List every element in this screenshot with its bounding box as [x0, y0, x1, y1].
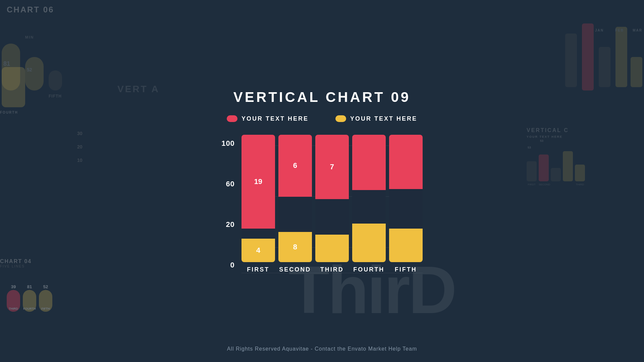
y-label-0: 0 [221, 261, 235, 269]
y-axis: 100 60 20 0 [221, 139, 235, 273]
bar-yellow-value-second: 8 [293, 243, 297, 251]
legend: YOUR TEXT HERE YOUR TEXT HERE [227, 115, 417, 122]
footer: All Rights Reserved Aquavitae - Contact … [0, 346, 644, 352]
bar-yellow-second: 8 [278, 232, 312, 262]
bar-group-fourth: FOURTH [352, 135, 386, 273]
bar-column-fifth [389, 135, 423, 262]
bar-label-fifth: FIFTH [395, 266, 417, 273]
bar-red-value-first: 19 [254, 177, 262, 186]
bar-red-fourth [352, 135, 386, 190]
legend-label-1: YOUR TEXT HERE [241, 115, 309, 122]
bar-group-second: 6 8 SECOND [278, 135, 312, 273]
bar-red-second: 6 [278, 135, 312, 197]
bar-group-first: 19 4 FIRST [241, 135, 275, 273]
bar-column-third: 7 [315, 135, 349, 262]
legend-item-2: YOUR TEXT HERE [335, 115, 417, 122]
legend-label-2: YOUR TEXT HERE [350, 115, 417, 122]
bar-red-fifth [389, 135, 423, 189]
y-label-60: 60 [221, 180, 235, 188]
chart-wrapper: 100 60 20 0 19 [221, 139, 423, 273]
bar-label-fourth: FOURTH [353, 266, 384, 273]
bar-label-second: SECOND [279, 266, 311, 273]
bar-group-third: 7 THIRD [315, 135, 349, 273]
bar-label-first: FIRST [247, 266, 269, 273]
legend-item-1: YOUR TEXT HERE [227, 115, 309, 122]
bar-yellow-first: 4 [241, 239, 275, 262]
bar-red-value-third: 7 [330, 163, 334, 171]
bar-label-third: THIRD [320, 266, 344, 273]
bar-group-fifth: FIFTH [389, 135, 423, 273]
bar-red-third: 7 [315, 135, 349, 199]
bar-yellow-value-first: 4 [256, 246, 260, 255]
y-label-100: 100 [221, 139, 235, 148]
legend-dot-red [227, 115, 237, 122]
bar-yellow-fifth [389, 229, 423, 262]
y-label-20: 20 [221, 220, 235, 229]
bar-red-value-second: 6 [293, 161, 297, 170]
bar-red-first: 19 [241, 135, 275, 229]
bar-column-second: 6 8 [278, 135, 312, 262]
bar-yellow-fourth [352, 224, 386, 262]
bar-column-first: 19 4 [241, 135, 275, 262]
bar-yellow-third [315, 235, 349, 262]
legend-dot-yellow [335, 115, 346, 122]
bars-container: 19 4 FIRST 6 [241, 146, 423, 273]
bar-column-fourth [352, 135, 386, 262]
chart-title: VERTICAL CHART 09 [233, 89, 411, 105]
